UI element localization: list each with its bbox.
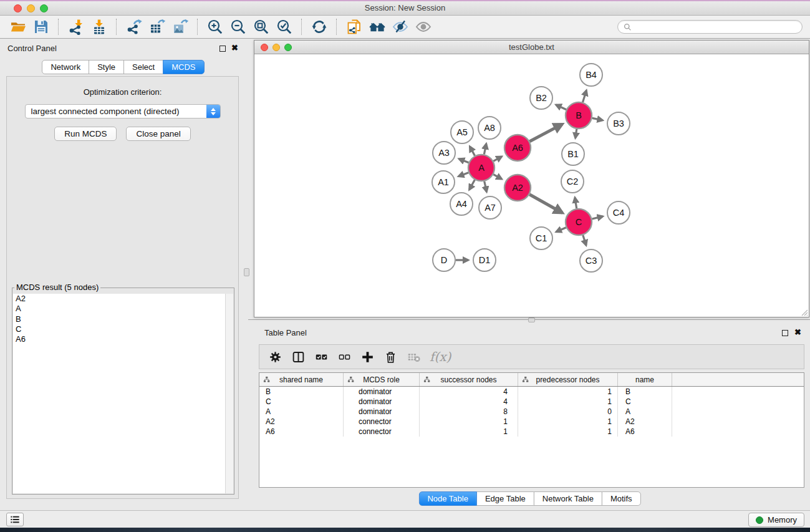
tab-network[interactable]: Network [42,60,89,74]
graph-node-D1[interactable]: D1 [473,249,496,271]
apply-layout-button[interactable] [307,17,330,37]
export-table-button[interactable] [145,17,168,37]
graph-edge-A6-B[interactable] [529,124,562,142]
export-network-button[interactable] [122,17,145,37]
export-image-button[interactable] [168,17,191,37]
search-input[interactable] [635,21,796,32]
graph-node-B4[interactable]: B4 [580,64,602,86]
table-cell[interactable]: 8 [420,407,518,417]
graph-node-B[interactable]: B [566,102,592,128]
column-header-MCDS-role[interactable]: MCDS role [344,373,420,386]
select-all-button[interactable] [312,347,331,366]
graph-edge-A-A6[interactable] [493,157,501,161]
table-cell[interactable]: C [618,397,672,407]
float-panel-icon[interactable] [219,46,226,52]
mcds-result-item[interactable]: A [13,304,225,314]
table-cell[interactable]: 4 [420,387,518,397]
graph-edge-B-B4[interactable] [583,90,587,102]
graph-node-A7[interactable]: A7 [479,196,501,219]
graph-node-A2[interactable]: A2 [504,175,531,201]
graph-edge-B-B3[interactable] [592,118,603,120]
graph-node-C2[interactable]: C2 [561,170,584,193]
graph-node-A4[interactable]: A4 [450,193,473,215]
optimization-dropdown[interactable]: largest connected component (directed) [25,104,221,118]
table-cell[interactable]: 1 [420,417,518,427]
column-header-shared-name[interactable]: shared name [259,373,344,386]
graph-edge-A-A1[interactable] [458,173,468,177]
houses-button[interactable] [365,17,388,37]
graph-edge-C-C4[interactable] [592,216,602,219]
graph-node-C[interactable]: C [566,209,592,235]
create-column-button[interactable] [358,347,377,366]
graph-edge-C-C3[interactable] [583,235,586,245]
open-session-button[interactable] [6,17,29,37]
table-cell[interactable]: 1 [518,397,618,407]
table-tab-network-table[interactable]: Network Table [534,491,602,506]
graph-node-C1[interactable]: C1 [530,227,552,249]
table-cell[interactable]: dominator [344,397,420,407]
graph-edge-B-B1[interactable] [576,129,577,138]
search-box[interactable] [617,20,803,34]
close-panel-icon[interactable]: ✖ [231,43,238,52]
graph-node-A3[interactable]: A3 [433,142,455,164]
graph-node-B2[interactable]: B2 [530,87,552,109]
graph-node-C3[interactable]: C3 [580,249,602,272]
graph-edge-A-A2[interactable] [493,175,501,179]
table-cell[interactable]: B [259,387,344,397]
table-row[interactable]: Adominator80A [259,407,804,417]
table-cell[interactable]: dominator [344,407,420,417]
show-hide-panels-button[interactable] [6,513,24,526]
table-cell[interactable]: B [618,387,672,397]
graph-edge-A-A4[interactable] [470,180,475,190]
minimize-window-button[interactable] [27,4,35,12]
close-panel-button[interactable]: Close panel [126,127,190,141]
run-mcds-button[interactable]: Run MCDS [54,127,117,141]
mcds-result-item[interactable]: B [13,314,225,324]
table-tab-node-table[interactable]: Node Table [418,491,477,506]
graph-edge-C-C1[interactable] [556,228,566,232]
table-cell[interactable]: A [259,407,344,417]
window-resize-grip[interactable] [800,308,808,316]
column-header-name[interactable]: name [618,373,672,386]
table-cell[interactable]: 4 [420,397,518,407]
table-row[interactable]: A2connector11A2 [259,417,804,427]
zoom-in-button[interactable] [203,17,226,37]
delete-columns-button[interactable] [381,347,400,366]
table-row[interactable]: Cdominator41C [259,397,804,407]
graph-node-D[interactable]: D [433,249,455,271]
table-tab-edge-table[interactable]: Edge Table [476,491,534,506]
table-tab-motifs[interactable]: Motifs [602,491,641,506]
network-close-button[interactable] [261,44,268,51]
table-cell[interactable]: A6 [618,427,672,437]
table-cell[interactable]: C [259,397,344,407]
graph-edge-A-A8[interactable] [484,144,486,155]
tab-mcds[interactable]: MCDS [163,60,204,74]
table-row[interactable]: A6connector11A6 [259,427,804,437]
import-table-button[interactable] [87,17,110,37]
graph-edge-A-A5[interactable] [470,147,475,156]
save-session-button[interactable] [29,17,52,37]
graph-edge-C-C2[interactable] [575,198,577,209]
graph-edge-A-A7[interactable] [485,181,487,192]
graph-node-A[interactable]: A [468,155,494,181]
graph-edge-A-A3[interactable] [459,159,469,163]
zoom-fit-button[interactable] [249,17,272,37]
graph-node-B3[interactable]: B3 [607,112,630,135]
vertical-splitter-handle[interactable] [244,268,249,276]
graph-node-A8[interactable]: A8 [478,117,501,139]
column-header-predecessor-nodes[interactable]: predecessor nodes [518,373,618,386]
table-cell[interactable]: 0 [518,407,618,417]
graph-node-A5[interactable]: A5 [451,121,473,143]
table-cell[interactable]: connector [344,427,420,437]
table-row[interactable]: Bdominator41B [259,387,804,397]
table-cell[interactable]: 1 [518,387,618,397]
table-cell[interactable]: 1 [518,427,618,437]
maximize-window-button[interactable] [40,4,48,12]
table-cell[interactable]: A6 [259,427,344,437]
table-cell[interactable]: A2 [259,417,344,427]
graph-node-C4[interactable]: C4 [607,201,630,224]
mcds-result-item[interactable]: A2 [13,294,225,304]
zoom-selected-button[interactable] [272,17,296,37]
table-cell[interactable]: A [618,407,672,417]
table-cell[interactable]: 1 [518,417,618,427]
